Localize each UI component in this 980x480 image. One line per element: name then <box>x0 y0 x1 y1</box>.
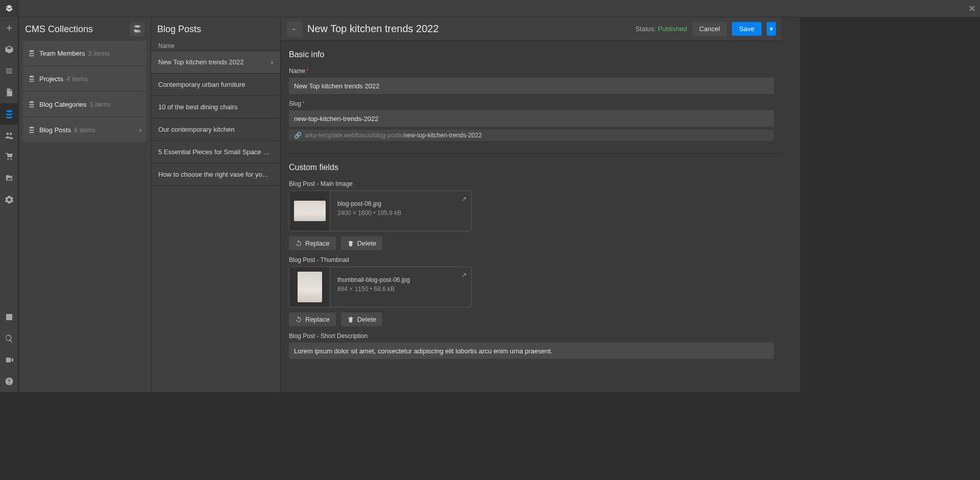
assets-icon[interactable] <box>0 167 18 189</box>
main-image-meta: 2400 × 1600 • 195.9 kB <box>337 209 401 217</box>
status-value: Published <box>658 25 687 33</box>
collection-label: Projects <box>39 75 63 83</box>
url-base: arko-template.webflow.io/blog-posts/ <box>305 132 404 139</box>
chevron-right-icon: › <box>271 58 273 66</box>
video-icon[interactable] <box>0 349 18 371</box>
save-button[interactable]: Save <box>732 22 762 36</box>
external-link-icon[interactable]: ↗ <box>461 195 467 203</box>
item-row[interactable]: Contemporary urban furniture <box>151 74 280 96</box>
basic-info-heading: Basic info <box>281 41 782 64</box>
thumbnail-thumb[interactable] <box>289 267 330 307</box>
column-header: Name <box>151 41 280 51</box>
name-input[interactable] <box>289 78 774 94</box>
main-image-card: blog-post-06.jpg 2400 × 1600 • 195.9 kB … <box>289 190 472 231</box>
collection-count: 3 items <box>90 101 111 108</box>
slug-input[interactable] <box>289 110 774 127</box>
chevron-right-icon: › <box>139 126 141 134</box>
item-row[interactable]: 10 of the best dining chairs <box>151 96 280 118</box>
collection-item[interactable]: Team Members 3 items <box>23 41 146 65</box>
thumbnail-label: Blog Post - Thumbnail <box>289 256 774 263</box>
link-icon: 🔗 <box>294 132 302 139</box>
back-button[interactable]: ← <box>287 21 302 37</box>
collection-count: 6 items <box>74 126 95 134</box>
collections-title: CMS Collections <box>25 24 93 35</box>
custom-fields-heading: Custom fields <box>281 154 782 177</box>
add-icon[interactable] <box>0 17 18 39</box>
box-icon[interactable] <box>0 39 18 60</box>
collection-label: Blog Categories <box>39 101 87 108</box>
item-label: Our contemporary kitchen <box>158 126 235 133</box>
collection-count: 4 items <box>66 75 88 83</box>
delete-main-image-button[interactable]: Delete <box>341 236 383 250</box>
detail-header: ← New Top kitchen trends 2022 Status: Pu… <box>281 17 782 41</box>
item-row[interactable]: 5 Essential Pieces for Small Space … <box>151 141 280 163</box>
item-label: 10 of the best dining chairs <box>158 103 237 111</box>
collection-label: Team Members <box>39 50 85 57</box>
item-label: 5 Essential Pieces for Small Space … <box>158 148 270 156</box>
logo[interactable] <box>0 0 18 17</box>
add-collection-button[interactable] <box>130 22 144 36</box>
cms-icon[interactable] <box>0 103 18 125</box>
collections-panel: CMS Collections Team Members 3 items Pro… <box>18 17 151 392</box>
status: Status: Published <box>635 25 687 33</box>
audit-icon[interactable] <box>0 306 18 328</box>
item-row[interactable]: Our contemporary kitchen <box>151 118 280 141</box>
collection-item[interactable]: Projects 4 items <box>23 66 146 91</box>
external-link-icon[interactable]: ↗ <box>461 271 467 279</box>
replace-thumbnail-button[interactable]: Replace <box>289 313 336 326</box>
collection-label: Blog Posts <box>39 126 71 134</box>
main-image-filename: blog-post-06.jpg <box>337 200 401 207</box>
item-label: New Top kitchen trends 2022 <box>158 58 243 66</box>
layers-icon[interactable] <box>0 60 18 82</box>
main-image-thumb[interactable] <box>289 191 330 231</box>
delete-thumbnail-button[interactable]: Delete <box>341 313 383 326</box>
help-icon[interactable] <box>0 371 18 392</box>
thumbnail-filename: thumbnail-blog-post-06.jpg <box>337 276 410 283</box>
name-label: Name* <box>289 67 774 75</box>
collection-count: 3 items <box>88 50 110 57</box>
status-label: Status: <box>635 25 656 33</box>
cancel-button[interactable]: Cancel <box>692 22 727 36</box>
item-label: Contemporary urban furniture <box>158 81 246 88</box>
short-desc-input[interactable] <box>289 343 774 359</box>
short-desc-label: Blog Post - Short Description <box>289 332 774 340</box>
detail-title: New Top kitchen trends 2022 <box>307 23 630 35</box>
search-icon[interactable] <box>0 328 18 349</box>
items-panel: Blog Posts Name New Top kitchen trends 2… <box>151 17 281 392</box>
thumbnail-card: thumbnail-blog-post-06.jpg 884 × 1150 • … <box>289 267 472 307</box>
collection-item[interactable]: Blog Posts 6 items › <box>23 117 146 142</box>
detail-panel: ← New Top kitchen trends 2022 Status: Pu… <box>281 17 782 392</box>
settings-icon[interactable] <box>0 189 18 210</box>
collection-item[interactable]: Blog Categories 3 items <box>23 92 146 116</box>
url-slug: new-top-kitchen-trends-2022 <box>404 132 482 139</box>
main-image-label: Blog Post - Main Image <box>289 180 774 187</box>
item-row[interactable]: How to choose the right vase for yo… <box>151 163 280 186</box>
users-icon[interactable] <box>0 125 18 146</box>
slug-label: Slug* <box>289 100 774 107</box>
right-rail <box>782 17 800 392</box>
close-icon[interactable]: ✕ <box>968 3 976 14</box>
ecommerce-icon[interactable] <box>0 146 18 167</box>
thumbnail-meta: 884 × 1150 • 68.6 kB <box>337 285 395 293</box>
replace-main-image-button[interactable]: Replace <box>289 236 336 250</box>
url-preview: 🔗 arko-template.webflow.io/blog-posts/ne… <box>289 130 774 141</box>
item-row[interactable]: New Top kitchen trends 2022 › <box>151 51 280 74</box>
save-dropdown[interactable]: ▾ <box>767 22 776 36</box>
items-title: Blog Posts <box>157 24 201 35</box>
left-nav <box>0 0 18 392</box>
top-bar: ✕ <box>18 0 980 17</box>
pages-icon[interactable] <box>0 82 18 103</box>
item-label: How to choose the right vase for yo… <box>158 171 269 178</box>
